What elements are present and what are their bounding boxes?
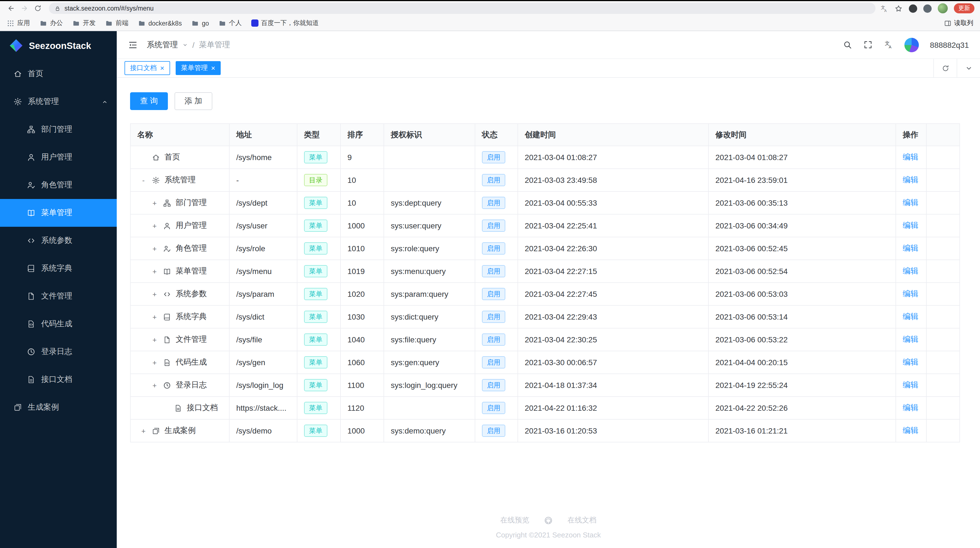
row-gutter [926, 397, 960, 419]
user-icon [163, 221, 171, 230]
back-button[interactable] [5, 2, 18, 14]
reload-button[interactable] [31, 2, 45, 14]
edit-link[interactable]: 编辑 [903, 221, 918, 230]
online-docs-link[interactable]: 在线文档 [568, 515, 597, 525]
edit-link[interactable]: 编辑 [903, 175, 918, 184]
row-gutter [926, 419, 960, 442]
sidebar-item-dict[interactable]: 系统字典 [0, 254, 117, 282]
row-updated: 2021-03-16 01:21:21 [708, 419, 896, 442]
expand-row-toggle[interactable]: + [151, 335, 158, 344]
username[interactable]: 888882q31 [930, 40, 969, 49]
row-created: 2021-03-04 22:27:45 [518, 283, 708, 305]
edit-link[interactable]: 编辑 [903, 380, 918, 389]
edit-link[interactable]: 编辑 [903, 243, 918, 253]
row-sort: 1000 [340, 214, 384, 237]
refresh-tab-button[interactable] [933, 59, 957, 77]
expand-row-toggle[interactable]: + [151, 199, 158, 207]
expand-row-toggle[interactable]: + [151, 381, 158, 389]
chevron-up-icon [102, 98, 108, 105]
brand[interactable]: SeezoonStack [0, 31, 117, 60]
sidebar-item-file[interactable]: 文件管理 [0, 282, 117, 310]
online-preview-link[interactable]: 在线预览 [500, 515, 529, 525]
extension-icon[interactable] [923, 4, 932, 13]
forward-button[interactable] [18, 2, 31, 14]
sidebar-item-home[interactable]: 首页 [0, 60, 117, 88]
type-tag: 菜单 [304, 334, 328, 346]
avatar[interactable] [904, 38, 919, 52]
expand-row-toggle[interactable]: + [151, 267, 158, 275]
row-created: 2021-03-04 01:08:27 [518, 146, 708, 169]
search-button[interactable] [843, 40, 852, 49]
translate-icon [884, 40, 893, 49]
tab-0[interactable]: 接口文档× [124, 61, 170, 75]
url-bar[interactable]: stack.seezoon.com/#/sys/menu [49, 3, 875, 14]
edit-link[interactable]: 编辑 [903, 312, 918, 321]
translate-icon[interactable] [880, 4, 888, 13]
sidebar-item-menu[interactable]: 菜单管理 [0, 199, 117, 227]
row-created: 2021-03-04 22:29:43 [518, 305, 708, 328]
row-created: 2021-03-04 22:30:25 [518, 328, 708, 351]
bookmark-item[interactable]: 应用 [7, 19, 30, 27]
add-button[interactable]: 添 加 [175, 92, 212, 110]
row-gutter [926, 305, 960, 328]
sidebar-item-param[interactable]: 系统参数 [0, 227, 117, 254]
bookmark-item[interactable]: docker&k8s [138, 19, 182, 27]
tab-bar: 接口文档×菜单管理× [117, 59, 980, 78]
bookmark-item[interactable]: 开发 [72, 19, 95, 27]
browser-update-button[interactable]: 更新 [954, 3, 974, 13]
reload-icon [34, 5, 42, 12]
edit-link[interactable]: 编辑 [903, 403, 918, 412]
collapse-row-toggle[interactable]: - [140, 176, 147, 184]
expand-row-toggle[interactable]: + [151, 244, 158, 253]
edit-link[interactable]: 编辑 [903, 198, 918, 207]
breadcrumb-parent[interactable]: 系统管理 [147, 40, 178, 50]
apps-icon [7, 19, 14, 27]
type-tag: 菜单 [304, 356, 328, 369]
expand-row-toggle[interactable]: + [140, 427, 147, 435]
edit-link[interactable]: 编辑 [903, 335, 918, 343]
row-name: 代码生成 [176, 357, 207, 367]
row-name: 文件管理 [176, 335, 207, 345]
extension-icon[interactable] [909, 4, 917, 13]
github-icon[interactable] [544, 516, 553, 525]
sidebar-item-gear[interactable]: 系统管理 [0, 88, 117, 116]
breadcrumb-current: 菜单管理 [199, 40, 230, 50]
close-icon[interactable]: × [160, 65, 164, 72]
folder-icon [218, 19, 226, 27]
expand-row-toggle[interactable]: + [151, 290, 158, 298]
tab-options-button[interactable] [957, 59, 980, 77]
sidebar-collapse-button[interactable] [128, 40, 138, 50]
sidebar-item-role[interactable]: 角色管理 [0, 171, 117, 199]
browser-profile-avatar[interactable] [938, 3, 948, 13]
edit-link[interactable]: 编辑 [903, 289, 918, 298]
sidebar-item-demo[interactable]: 生成案例 [0, 394, 117, 421]
bookmark-item[interactable]: 前端 [105, 19, 129, 27]
sidebar-item-user[interactable]: 用户管理 [0, 143, 117, 171]
sidebar-item-gen[interactable]: 代码生成 [0, 310, 117, 338]
sidebar-item-dept[interactable]: 部门管理 [0, 116, 117, 143]
bookmark-item[interactable]: 百度一下，你就知道 [251, 19, 319, 27]
expand-row-toggle[interactable]: + [151, 358, 158, 367]
row-permission [384, 146, 475, 169]
edit-link[interactable]: 编辑 [903, 152, 918, 161]
sidebar-item-doc[interactable]: 接口文档 [0, 366, 117, 394]
status-badge: 启用 [482, 151, 505, 164]
tab-1[interactable]: 菜单管理× [175, 61, 221, 75]
close-icon[interactable]: × [211, 65, 215, 72]
language-button[interactable] [884, 40, 893, 49]
edit-link[interactable]: 编辑 [903, 266, 918, 275]
bookmark-label: docker&k8s [148, 20, 182, 26]
fullscreen-button[interactable] [863, 40, 873, 49]
bookmark-item[interactable]: 个人 [218, 19, 242, 27]
reading-list-button[interactable]: 读取列 [943, 19, 973, 27]
edit-link[interactable]: 编辑 [903, 426, 918, 435]
edit-link[interactable]: 编辑 [903, 357, 918, 366]
sidebar-item-log[interactable]: 登录日志 [0, 338, 117, 366]
sidebar: SeezoonStack 首页系统管理部门管理用户管理角色管理菜单管理系统参数系… [0, 31, 117, 548]
bookmark-item[interactable]: 办公 [40, 19, 63, 27]
bookmark-star-icon[interactable] [894, 4, 903, 13]
expand-row-toggle[interactable]: + [151, 313, 158, 321]
bookmark-item[interactable]: go [191, 19, 209, 27]
expand-row-toggle[interactable]: + [151, 221, 158, 230]
query-button[interactable]: 查 询 [130, 92, 168, 110]
